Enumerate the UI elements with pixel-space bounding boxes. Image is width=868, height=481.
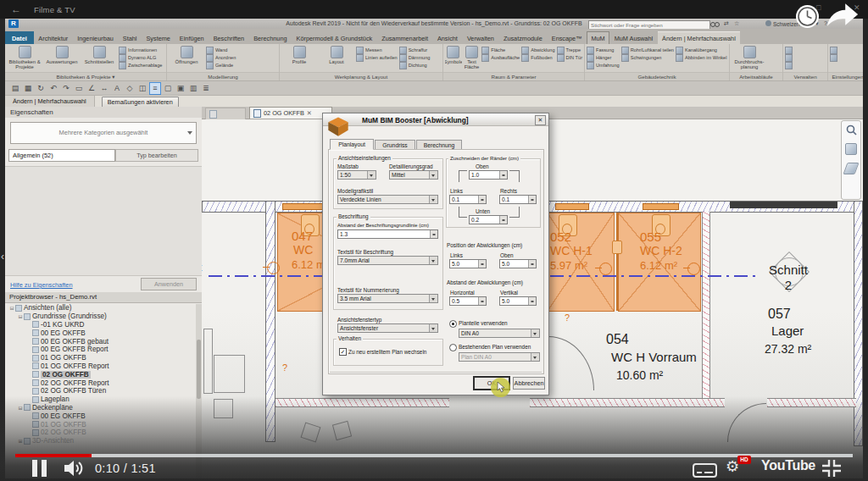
panel-collapse-chevron-icon[interactable]: ‹: [1, 251, 4, 263]
scrollbar-thumb[interactable]: [197, 340, 201, 399]
position-top-input[interactable]: 5.0: [499, 259, 537, 268]
tool-durchbruchs-planung[interactable]: Durchbruchs- planung: [732, 45, 767, 72]
tool-symbole[interactable]: Symbole: [445, 45, 462, 72]
annotation-text-style-dropdown[interactable]: 7.0mm Arial: [337, 256, 438, 265]
section-label[interactable]: Schnitt: [756, 263, 821, 277]
avatar[interactable]: [765, 20, 771, 26]
search-icon[interactable]: [710, 22, 718, 26]
back-icon[interactable]: ←: [11, 3, 21, 15]
room-tag-area[interactable]: 6.12 m²: [640, 259, 677, 272]
browser-item-00-eg-okffb[interactable]: 00 EG OKFFB: [5, 412, 195, 420]
section-icon[interactable]: ◫: [137, 83, 147, 94]
room-tag-number[interactable]: 047: [292, 229, 313, 243]
tool-schnittstellen[interactable]: Schnittstellen: [81, 45, 117, 72]
browser-item-01-og-okffb-report[interactable]: 01 OG OKFFB Report: [5, 362, 195, 371]
tool-dynamo-alg[interactable]: Dynamo ALG: [119, 54, 162, 61]
tool-auswertungen[interactable]: Auswertungen: [44, 45, 80, 72]
search-input[interactable]: [588, 20, 710, 30]
tool-linien-aufteilen[interactable]: Linien aufteilen: [356, 54, 398, 61]
tool-abbinden-im-winkel[interactable]: Abbinden im Winkel: [676, 54, 726, 61]
pause-icon[interactable]: [32, 460, 37, 477]
tool-kanalübergang[interactable]: Kanalübergang: [676, 47, 726, 53]
browser-item-deckenpläne[interactable]: ⊟Deckenpläne: [5, 404, 195, 412]
gap-horizontal-input[interactable]: 0.5: [449, 296, 487, 306]
baseline-offset-input[interactable]: 1.3: [337, 229, 438, 239]
tool-informationen[interactable]: Informationen: [119, 47, 162, 53]
sync-status-icon[interactable]: ⇄: [724, 20, 729, 27]
progress-track[interactable]: [15, 454, 853, 457]
dimension-icon[interactable]: ↔: [99, 83, 109, 94]
browser-item-ansichten-alle[interactable]: ⊟Ansichten (alle): [5, 304, 195, 312]
tool-rohr-luftkanal-teilen[interactable]: Rohr/Luftkanal teilen: [621, 47, 674, 53]
favorites-icon[interactable]: ☆: [734, 20, 739, 27]
browser-item-lageplan[interactable]: Lageplan: [5, 395, 195, 404]
browser-item-grundrisse-grundrisse[interactable]: ⊟Grundrisse (Grundrisse): [5, 312, 195, 321]
browser-item-01-og-okffb[interactable]: 01 OG OKFFB: [5, 354, 195, 362]
tool-schraffur[interactable]: Schraffur: [399, 47, 431, 53]
room-tag-name[interactable]: WC: [293, 243, 313, 257]
pause-icon[interactable]: [42, 460, 47, 477]
dialog-titlebar[interactable]: MuM BIM Booster [Abwicklung]: [323, 113, 548, 126]
use-sheet-parts-radio[interactable]: [449, 320, 457, 328]
spinner-icon[interactable]: [528, 260, 536, 268]
browser-item-00-eg-okffb-gebaut[interactable]: 00 EG OKFFB gebaut: [5, 337, 195, 346]
tool-umfahrung[interactable]: Umfahrung: [587, 62, 620, 69]
open-file-icon[interactable]: ▤: [10, 83, 20, 94]
fullscreen-icon[interactable]: [821, 459, 842, 478]
zoom-icon[interactable]: [846, 124, 857, 135]
youtube-logo[interactable]: YouTube: [761, 458, 815, 473]
spinner-icon[interactable]: [430, 230, 437, 238]
apply-button[interactable]: Anwenden: [141, 278, 197, 290]
undo-icon[interactable]: ↶: [48, 83, 58, 94]
tool-icon[interactable]: [830, 54, 837, 61]
switch-to-sheet-checkbox[interactable]: ✓: [339, 348, 347, 356]
gap-vertical-input[interactable]: 5.0: [499, 296, 537, 306]
tool-abwicklung[interactable]: Abwicklung: [521, 47, 554, 53]
tool-öffnungen[interactable]: Öffnungen: [169, 45, 204, 72]
spinner-icon[interactable]: [478, 297, 486, 305]
tool-bibliotheken-projekte[interactable]: Bibliotheken & Projekte: [7, 45, 42, 72]
tool-ausbaufläche[interactable]: Ausbaufläche: [481, 54, 520, 61]
tool-icon[interactable]: [785, 47, 793, 53]
spinner-icon[interactable]: [478, 260, 486, 268]
tree-expander-icon[interactable]: ⊞: [17, 438, 24, 444]
spinner-icon[interactable]: [499, 171, 507, 179]
tool-fußboden[interactable]: Fußboden: [521, 54, 554, 61]
browser-item-02-og-okffb-türen[interactable]: 02 OG OKFFB Türen: [5, 387, 195, 395]
room-tag-number[interactable]: 055: [640, 229, 661, 244]
edit-type-button[interactable]: Typ bearbeiten: [115, 149, 198, 162]
tool-profile[interactable]: Profile: [281, 45, 317, 72]
browser-item-02-og-okffb[interactable]: 02 OG OKFFB: [5, 428, 195, 437]
default-3d-view-icon[interactable]: ◇: [125, 83, 135, 94]
pan-icon[interactable]: [845, 143, 857, 155]
thin-lines-icon[interactable]: ≡: [150, 83, 160, 94]
close-icon[interactable]: ✕: [307, 109, 312, 117]
crop-right-input[interactable]: 0.1: [499, 195, 537, 204]
watch-later-clock-icon[interactable]: [795, 4, 820, 29]
steering-wheel-icon[interactable]: [843, 163, 859, 174]
close-inactive-icon[interactable]: ▢: [163, 83, 173, 94]
tool-wand[interactable]: Wand: [206, 47, 236, 53]
sheet-format-dropdown[interactable]: DIN A0: [459, 329, 540, 338]
tool-zwischenablage[interactable]: Zwischenablage: [119, 62, 162, 69]
browser-item-01-og-okffb[interactable]: 01 OG OKFFB: [5, 420, 195, 428]
scrollbar[interactable]: [196, 304, 202, 478]
print-icon[interactable]: ▭: [74, 83, 84, 94]
save-icon[interactable]: ▦: [23, 83, 33, 94]
tool-dichtung[interactable]: Dichtung: [399, 62, 431, 69]
tool-layout[interactable]: Layout: [319, 45, 354, 72]
measure-icon[interactable]: ∠: [86, 83, 97, 94]
volume-icon[interactable]: [64, 460, 86, 477]
browser-item-02-og-okffb-report[interactable]: 02 OG OKFFB Report: [5, 379, 195, 387]
share-arrow-icon[interactable]: [824, 1, 861, 28]
view-tab-inactive[interactable]: [205, 108, 246, 119]
text-icon[interactable]: A: [112, 83, 122, 94]
tool-fläche[interactable]: Fläche: [481, 47, 520, 53]
crop-top-input[interactable]: 1.0: [469, 170, 508, 180]
crop-bottom-input[interactable]: 0.2: [469, 215, 508, 224]
viewport-type-dropdown[interactable]: Ansichtsfenster: [337, 323, 438, 333]
dialog-tab-planlayout[interactable]: Planlayout: [330, 139, 374, 150]
view-tab-active[interactable]: 02 OG OKFFB ✕: [249, 107, 332, 119]
room-tag-name[interactable]: WC H Vorraum: [611, 350, 697, 364]
position-left-input[interactable]: 5.0: [449, 259, 487, 268]
